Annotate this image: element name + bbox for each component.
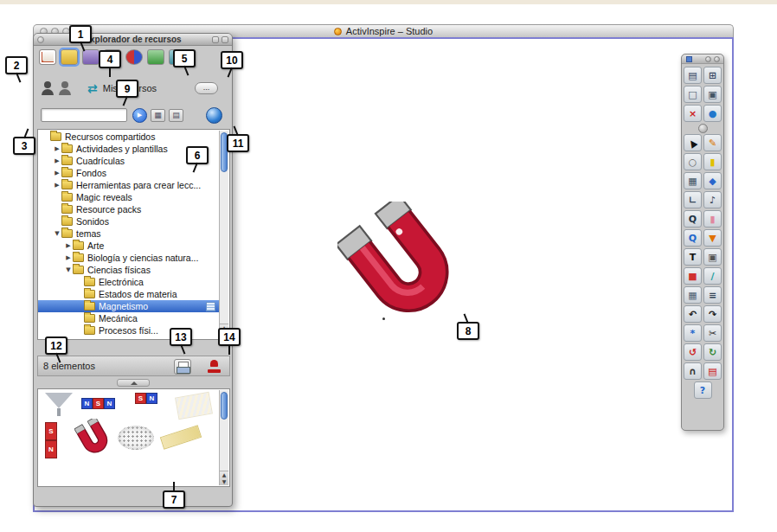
connector-tool-icon[interactable]: ∟ <box>684 191 702 208</box>
marquee-tool-icon[interactable]: ▦ <box>684 172 702 189</box>
toolbox-divider-handle[interactable] <box>682 123 723 133</box>
disclosure-triangle-icon[interactable]: ▼ <box>53 230 61 237</box>
tree-item-recursos-compartidos[interactable]: Recursos compartidos <box>38 131 219 143</box>
tree-item-mec-nica[interactable]: Mecánica <box>38 312 219 324</box>
insert-media-icon[interactable]: ♪ <box>703 191 722 208</box>
disclosure-triangle-icon[interactable]: ▶ <box>53 145 61 152</box>
shape-tool-icon[interactable]: ◆ <box>703 172 722 189</box>
toolbox-titlebar[interactable] <box>682 54 723 64</box>
camera-tool-icon-glyph: ▣ <box>708 252 716 263</box>
panel-close-button[interactable] <box>37 36 44 43</box>
page-icon[interactable]: □ <box>684 86 702 103</box>
panel-options-icon[interactable] <box>222 36 228 43</box>
resource-browser-icon[interactable] <box>61 49 78 65</box>
search-go-icon[interactable]: ▶ <box>132 108 147 123</box>
page-browser-icon[interactable] <box>39 49 56 65</box>
thumbs-scroll-arrows[interactable]: ▲▼ <box>220 471 228 485</box>
tree-item-herramientas-para-crear-lecc[interactable]: ▶Herramientas para crear lecc... <box>38 179 219 191</box>
eraser-tool-icon[interactable]: ▮ <box>703 210 722 228</box>
toolbox-menu-icon[interactable] <box>686 56 692 62</box>
import-export-icon[interactable] <box>174 359 191 375</box>
tree-item-magic-reveals[interactable]: Magic reveals <box>38 191 219 203</box>
lasso-tool-icon[interactable]: ○ <box>684 153 702 170</box>
callout-7: 7 <box>163 490 185 509</box>
grid-tool-icon[interactable]: ▦ <box>684 286 702 304</box>
redo-icon[interactable]: ↷ <box>703 305 722 323</box>
profile-icon[interactable]: ▣ <box>703 86 722 103</box>
callout-5: 5 <box>173 49 196 67</box>
tree-item-estados-de-materia[interactable]: Estados de materia <box>38 288 219 300</box>
horseshoe-magnet-image[interactable] <box>337 202 467 327</box>
clear-page-icon[interactable]: × <box>684 105 702 122</box>
disclosure-triangle-icon[interactable]: ▶ <box>53 182 61 189</box>
iron-filings-thumb[interactable] <box>118 426 154 450</box>
text-tool-icon[interactable]: T <box>684 248 702 266</box>
my-resources-icon[interactable] <box>41 81 55 95</box>
tree-item-sonidos[interactable]: Sonidos <box>38 215 219 228</box>
property-browser-icon[interactable] <box>125 49 143 65</box>
online-resources-globe-icon[interactable] <box>206 107 222 124</box>
disclosure-triangle-icon[interactable]: ▶ <box>64 242 73 249</box>
move-toolbox-icon[interactable]: ⊞ <box>703 67 722 84</box>
tree-item-arte[interactable]: ▶Arte <box>38 240 219 252</box>
highlighter-tool-icon[interactable]: ▮ <box>703 153 722 170</box>
disclosure-triangle-icon[interactable]: ▼ <box>64 266 73 273</box>
tree-item-magnetismo[interactable]: Magnetismo <box>38 300 219 312</box>
panel-titlebar[interactable]: Explorador de recursos <box>34 34 232 46</box>
camera-tool-icon[interactable]: ▣ <box>703 248 722 266</box>
scissors-tool-icon[interactable]: ✂ <box>703 324 722 342</box>
math-tools-icon[interactable]: * <box>684 324 702 342</box>
dropper-tool-icon[interactable]: / <box>703 267 722 285</box>
help-icon[interactable]: ? <box>694 381 712 399</box>
toolbox-minimize-button[interactable] <box>705 56 711 62</box>
lock-icon[interactable]: ∩ <box>684 362 702 380</box>
list-view-icon[interactable]: ▤ <box>169 109 183 122</box>
tree-item-temas[interactable]: ▼temas <box>38 228 219 240</box>
vertical-magnet-thumb[interactable]: S N <box>45 422 57 458</box>
funnel-filings-thumb[interactable] <box>45 393 73 416</box>
disclosure-triangle-icon[interactable]: ▶ <box>53 170 61 176</box>
browse-more-button[interactable]: ... <box>195 82 218 94</box>
change-location-icon[interactable]: ⇄ <box>87 81 98 95</box>
field-lines-thumb[interactable] <box>175 392 213 420</box>
pencil-sketch-thumb[interactable] <box>160 425 202 449</box>
tree-scrollbar[interactable]: ▲▼ <box>219 131 228 338</box>
note-tool-icon[interactable]: ≡ <box>703 286 722 304</box>
tree-item-resource-packs[interactable]: Resource packs <box>38 203 219 215</box>
toolbox-options-icon[interactable]: ▤ <box>684 67 702 84</box>
collapse-handle[interactable] <box>117 379 150 387</box>
object-browser-icon[interactable] <box>82 49 100 65</box>
disclosure-triangle-icon[interactable]: ▶ <box>53 157 61 164</box>
rotate-object-icon[interactable]: ↻ <box>703 343 722 361</box>
select-tool-icon[interactable]: ▲ <box>684 134 702 151</box>
thumbs-scrollbar[interactable]: ▲▼ <box>219 390 228 485</box>
fill-tool-icon[interactable]: ▼ <box>703 229 722 247</box>
thumbnail-view-icon[interactable]: ▦ <box>151 109 165 122</box>
disclosure-triangle-icon[interactable]: ▶ <box>64 254 73 261</box>
tree-item-electr-nica[interactable]: Electrónica <box>38 276 219 288</box>
search-input[interactable] <box>41 108 127 122</box>
color-palette-icon[interactable]: ■ <box>684 267 702 285</box>
rubber-stamp-icon[interactable] <box>205 359 222 375</box>
web-browser-icon[interactable]: ● <box>703 105 722 122</box>
undo-icon[interactable]: ↶ <box>684 305 702 323</box>
bar-magnet-thumb[interactable]: N S N <box>81 398 115 409</box>
magnifier-tool-icon[interactable]: Q <box>684 210 702 228</box>
thumbs-scrollbar-thumb[interactable] <box>221 392 228 420</box>
annotate-doc-icon[interactable]: ▤ <box>703 362 722 380</box>
pen-tool-icon[interactable]: ✎ <box>703 134 722 151</box>
shared-resources-icon[interactable] <box>58 81 72 95</box>
tree-item-ciencias-f-sicas[interactable]: ▼Ciencias físicas <box>38 264 219 276</box>
action-browser-icon[interactable] <box>147 49 164 65</box>
item-options-icon[interactable] <box>206 302 215 311</box>
tree-item-biolog-a-y-ciencias-natura[interactable]: ▶Biología y ciencias natura... <box>38 252 219 264</box>
magnet-pole-label: N <box>104 398 115 409</box>
bar-magnet-2-thumb[interactable]: S N <box>135 393 157 404</box>
tree-item-fondos[interactable]: ▶Fondos <box>38 167 219 179</box>
panel-pin-icon[interactable] <box>212 36 219 43</box>
toolbox-close-button[interactable] <box>714 56 720 62</box>
horseshoe-magnet-thumb[interactable] <box>74 419 112 457</box>
zoom-tool-icon[interactable]: Q <box>684 229 702 247</box>
folder-icon <box>61 229 73 238</box>
reset-page-icon[interactable]: ↺ <box>684 343 702 361</box>
